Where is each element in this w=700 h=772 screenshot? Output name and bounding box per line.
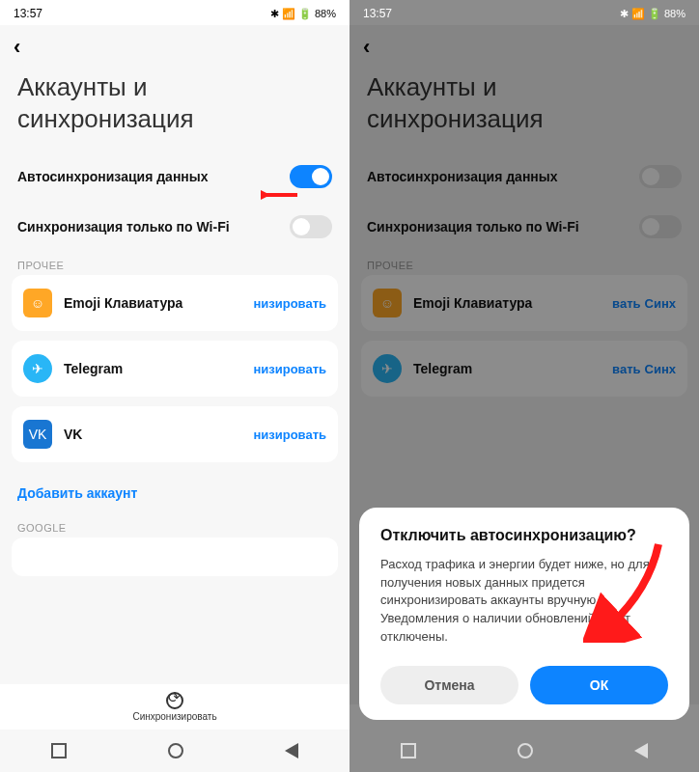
sync-icon [166, 692, 183, 709]
telegram-icon: ✈ [23, 354, 52, 383]
bluetooth-icon: ✱ [270, 8, 279, 20]
account-row-emoji[interactable]: ☺ Emoji Клавиатура низировать [12, 275, 338, 331]
nav-bar [0, 730, 350, 772]
autosync-toggle [639, 165, 682, 188]
sync-action[interactable]: низировать [253, 296, 326, 311]
sync-actions: ватьСинх [612, 362, 676, 376]
add-account-button[interactable]: Добавить аккаунт [0, 472, 350, 514]
nav-home-button[interactable] [518, 743, 533, 758]
account-name: Telegram [64, 361, 253, 376]
account-row-telegram[interactable]: ✈ Telegram низировать [12, 341, 338, 397]
battery-icon: 🔋 [298, 8, 312, 20]
nav-recent-button[interactable] [51, 743, 67, 758]
vk-icon: VK [23, 420, 52, 449]
sync-action[interactable]: низировать [253, 362, 326, 376]
account-list: ☺ Emoji Клавиатура низировать ✈ Telegram… [0, 275, 350, 462]
section-other: ПРОЧЕЕ [0, 252, 350, 275]
phone-left: 13:57 ✱ 📶 🔋 88% ‹ Аккаунты и синхронизац… [0, 0, 350, 772]
status-icons: ✱ 📶 🔋 88% [620, 8, 686, 20]
nav-back-button[interactable] [285, 743, 298, 758]
confirm-dialog: Отключить автосинхронизацию? Расход траф… [359, 508, 689, 720]
telegram-icon: ✈ [373, 354, 402, 383]
dialog-title: Отключить автосинхронизацию? [380, 527, 668, 544]
back-button[interactable]: ‹ [14, 35, 20, 59]
wifi-only-row[interactable]: Синхронизация только по Wi-Fi [0, 202, 350, 252]
page-title: Аккаунты и синхронизация [350, 64, 699, 152]
battery-text: 88% [315, 8, 336, 19]
account-name: Emoji Клавиатура [64, 295, 253, 311]
wifi-only-row: Синхронизация только по Wi-Fi [350, 202, 699, 252]
account-row-telegram: ✈ Telegram ватьСинх [361, 341, 687, 397]
emoji-keyboard-icon: ☺ [23, 289, 52, 317]
sync-action[interactable]: низировать [253, 427, 326, 442]
autosync-label: Автосинхронизация данных [17, 169, 209, 184]
back-bar: ‹ [0, 25, 350, 64]
wifi-only-toggle[interactable] [290, 215, 332, 238]
autosync-row[interactable]: Автосинхронизация данных [0, 152, 350, 202]
account-row-google[interactable] [12, 538, 338, 576]
screen-content: ‹ Аккаунты и синхронизация Автосинхрониз… [0, 25, 350, 730]
emoji-keyboard-icon: ☺ [373, 289, 402, 317]
status-bar: 13:57 ✱ 📶 🔋 88% [350, 0, 699, 25]
autosync-toggle[interactable] [290, 165, 332, 188]
account-row-emoji: ☺ Emoji Клавиатура ватьСинх [361, 275, 687, 331]
signal-icon: 📶 [282, 8, 295, 20]
account-name: VK [64, 427, 253, 442]
back-button: ‹ [363, 35, 370, 59]
ok-button[interactable]: ОК [530, 666, 668, 704]
account-row-vk[interactable]: VK VK низировать [12, 406, 338, 462]
google-list [0, 538, 350, 576]
nav-recent-button[interactable] [401, 743, 416, 758]
sync-actions: ватьСинх [612, 296, 676, 311]
wifi-only-toggle [639, 215, 682, 238]
nav-home-button[interactable] [168, 743, 183, 758]
dialog-text: Расход трафика и энергии будет ниже, но … [380, 556, 668, 647]
signal-icon: 📶 [631, 8, 645, 20]
page-title: Аккаунты и синхронизация [0, 64, 350, 152]
autosync-row: Автосинхронизация данных [350, 152, 699, 202]
wifi-only-label: Синхронизация только по Wi-Fi [17, 219, 230, 234]
nav-back-button[interactable] [634, 743, 648, 758]
phone-right: 13:57 ✱ 📶 🔋 88% ‹ Аккаунты и синхронизац… [350, 0, 699, 772]
sync-bottom-label: Синхронизировать [132, 711, 216, 722]
status-time: 13:57 [14, 7, 42, 20]
status-icons: ✱ 📶 🔋 88% [270, 8, 336, 20]
sync-bottom-button[interactable]: Синхронизировать [0, 684, 350, 730]
bluetooth-icon: ✱ [620, 8, 629, 20]
status-bar: 13:57 ✱ 📶 🔋 88% [0, 0, 350, 25]
battery-icon: 🔋 [648, 8, 661, 20]
nav-bar [350, 730, 699, 772]
cancel-button[interactable]: Отмена [380, 666, 518, 704]
dialog-buttons: Отмена ОК [380, 666, 668, 704]
section-google: GOOGLE [0, 514, 350, 538]
battery-text: 88% [664, 8, 686, 19]
status-time: 13:57 [363, 7, 392, 20]
